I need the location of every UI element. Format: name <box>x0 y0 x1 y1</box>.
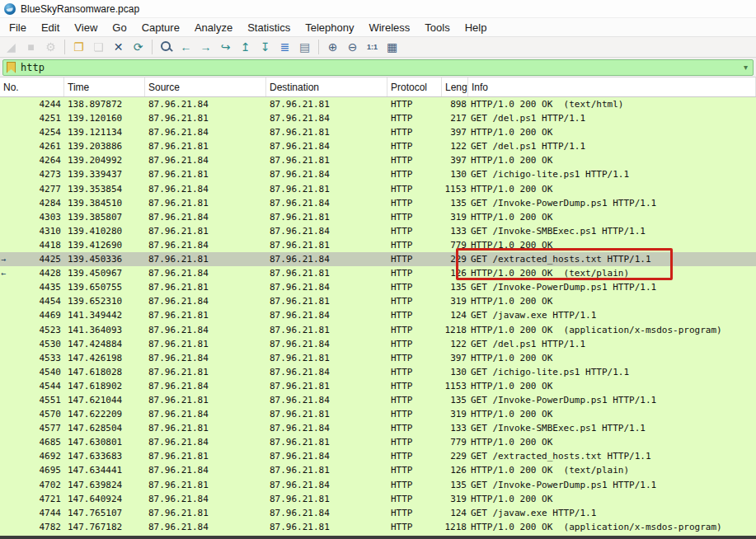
menu-view[interactable]: View <box>67 20 105 35</box>
colorize-icon[interactable]: ▤ <box>295 38 314 56</box>
open-file-icon[interactable]: ❐ <box>69 38 88 56</box>
auto-scroll-icon[interactable]: ≣ <box>275 38 294 56</box>
reload-file-icon[interactable]: ⟳ <box>129 38 148 56</box>
packet-row-4782[interactable]: 4782147.76718287.96.21.8487.96.21.81HTTP… <box>0 520 756 534</box>
packet-row-4469[interactable]: 4469141.34944287.96.21.8187.96.21.84HTTP… <box>0 308 756 322</box>
time-cell: 139.384510 <box>64 196 145 210</box>
window-bottom-edge <box>0 536 756 539</box>
packet-row-4523[interactable]: 4523141.36409387.96.21.8487.96.21.81HTTP… <box>0 323 756 337</box>
menu-edit[interactable]: Edit <box>34 20 67 35</box>
menu-help[interactable]: Help <box>458 20 495 35</box>
packet-row-4277[interactable]: 4277139.35385487.96.21.8487.96.21.81HTTP… <box>0 182 756 196</box>
close-file-icon[interactable]: ✕ <box>109 38 128 56</box>
packet-row-4435[interactable]: 4435139.65075587.96.21.8187.96.21.84HTTP… <box>0 280 756 294</box>
protocol-cell: HTTP <box>387 182 442 196</box>
length-cell: 397 <box>442 125 468 139</box>
packet-row-4261[interactable]: 4261139.20388687.96.21.8187.96.21.84HTTP… <box>0 139 756 153</box>
packet-row-4284[interactable]: 4284139.38451087.96.21.8187.96.21.84HTTP… <box>0 196 756 210</box>
packet-row-4577[interactable]: 4577147.62850487.96.21.8187.96.21.84HTTP… <box>0 421 756 435</box>
go-last-packet-icon[interactable]: ↧ <box>256 38 275 56</box>
find-packet-icon[interactable] <box>157 38 176 56</box>
zoom-in-icon[interactable]: ⊕ <box>323 38 342 56</box>
packet-row-4310[interactable]: 4310139.41028087.96.21.8187.96.21.84HTTP… <box>0 224 756 238</box>
packet-row-4570[interactable]: 4570147.62220987.96.21.8487.96.21.81HTTP… <box>0 407 756 421</box>
menu-wireless[interactable]: Wireless <box>361 20 417 35</box>
menu-file[interactable]: File <box>2 20 34 35</box>
packet-row-4428[interactable]: 4428139.45096787.96.21.8487.96.21.81HTTP… <box>0 266 756 280</box>
filter-dropdown-icon[interactable]: ▾ <box>744 63 749 72</box>
packet-row-4454[interactable]: 4454139.65231087.96.21.8487.96.21.81HTTP… <box>0 294 756 308</box>
protocol-cell: HTTP <box>387 238 442 252</box>
go-forward-icon[interactable]: → <box>196 38 215 56</box>
menu-go[interactable]: Go <box>105 20 134 35</box>
packet-row-4254[interactable]: 4254139.12113487.96.21.8487.96.21.81HTTP… <box>0 125 756 139</box>
packet-row-4744[interactable]: 4744147.76510787.96.21.8187.96.21.84HTTP… <box>0 506 756 520</box>
time-cell: 147.633683 <box>64 449 145 463</box>
column-header-destination[interactable]: Destination <box>266 77 387 96</box>
time-cell: 147.630801 <box>64 435 145 449</box>
go-back-icon[interactable]: ← <box>176 38 195 56</box>
column-header-protocol[interactable]: Protocol <box>387 77 442 96</box>
source-cell: 87.96.21.81 <box>145 393 266 407</box>
packet-row-4685[interactable]: 4685147.63080187.96.21.8487.96.21.81HTTP… <box>0 435 756 449</box>
column-header-length[interactable]: Length <box>442 77 468 96</box>
time-cell: 139.450336 <box>64 252 145 266</box>
source-cell: 87.96.21.81 <box>145 252 266 266</box>
menu-statistics[interactable]: Statistics <box>240 20 298 35</box>
packet-row-4533[interactable]: 4533147.42619887.96.21.8487.96.21.81HTTP… <box>0 351 756 365</box>
packet-row-4702[interactable]: 4702147.63982487.96.21.8187.96.21.84HTTP… <box>0 478 756 492</box>
source-cell: 87.96.21.84 <box>145 210 266 224</box>
destination-cell: 87.96.21.84 <box>266 308 387 322</box>
info-cell: HTTP/1.0 200 OK (text/plain) <box>468 463 756 477</box>
zoom-original-icon[interactable]: 1:1 <box>363 38 382 56</box>
info-cell: HTTP/1.0 200 OK <box>468 351 756 365</box>
packet-row-4695[interactable]: 4695147.63444187.96.21.8487.96.21.81HTTP… <box>0 463 756 477</box>
filter-bookmark-icon[interactable] <box>7 62 16 73</box>
display-filter-input[interactable]: http ▾ <box>2 59 754 76</box>
time-cell: 139.339437 <box>64 167 145 181</box>
zoom-out-icon[interactable]: ⊖ <box>343 38 362 56</box>
packet-row-4721[interactable]: 4721147.64092487.96.21.8487.96.21.81HTTP… <box>0 492 756 506</box>
packet-row-4551[interactable]: 4551147.62104487.96.21.8187.96.21.84HTTP… <box>0 393 756 407</box>
packet-row-4540[interactable]: 4540147.61802887.96.21.8187.96.21.84HTTP… <box>0 365 756 379</box>
go-to-packet-icon[interactable]: ↪ <box>216 38 235 56</box>
packet-row-4273[interactable]: 4273139.33943787.96.21.8187.96.21.84HTTP… <box>0 167 756 181</box>
no-cell: 4277 <box>0 182 64 196</box>
no-cell: 4782 <box>0 520 64 534</box>
length-cell: 1153 <box>442 379 468 393</box>
menu-tools[interactable]: Tools <box>417 20 457 35</box>
source-cell: 87.96.21.84 <box>145 379 266 393</box>
packet-row-4544[interactable]: 4544147.61890287.96.21.8487.96.21.81HTTP… <box>0 379 756 393</box>
length-cell: 898 <box>442 97 468 111</box>
packet-row-4418[interactable]: 4418139.41269087.96.21.8487.96.21.81HTTP… <box>0 238 756 252</box>
column-header-source[interactable]: Source <box>145 77 266 96</box>
source-cell: 87.96.21.84 <box>145 463 266 477</box>
length-cell: 319 <box>442 492 468 506</box>
resize-columns-icon[interactable]: ▦ <box>383 38 401 56</box>
menu-analyze[interactable]: Analyze <box>187 20 240 35</box>
menu-telephony[interactable]: Telephony <box>298 20 361 35</box>
packet-row-4530[interactable]: 4530147.42488487.96.21.8187.96.21.84HTTP… <box>0 337 756 351</box>
time-cell: 139.203886 <box>64 139 145 153</box>
packet-row-4303[interactable]: 4303139.38580787.96.21.8487.96.21.81HTTP… <box>0 210 756 224</box>
menu-capture[interactable]: Capture <box>134 20 187 35</box>
packet-row-4692[interactable]: 4692147.63368387.96.21.8187.96.21.84HTTP… <box>0 449 756 463</box>
packet-row-4244[interactable]: 4244138.89787287.96.21.8487.96.21.81HTTP… <box>0 97 756 111</box>
go-first-packet-icon[interactable]: ↥ <box>236 38 255 56</box>
packet-row-4425[interactable]: 4425139.45033687.96.21.8187.96.21.84HTTP… <box>0 252 756 266</box>
packet-row-4264[interactable]: 4264139.20499287.96.21.8487.96.21.81HTTP… <box>0 153 756 167</box>
column-header-info[interactable]: Info <box>468 77 756 96</box>
destination-cell: 87.96.21.81 <box>266 210 387 224</box>
source-cell: 87.96.21.81 <box>145 139 266 153</box>
destination-cell: 87.96.21.84 <box>266 421 387 435</box>
time-cell: 147.765107 <box>64 506 145 520</box>
destination-cell: 87.96.21.81 <box>266 266 387 280</box>
source-cell: 87.96.21.84 <box>145 125 266 139</box>
time-cell: 139.410280 <box>64 224 145 238</box>
time-cell: 139.652310 <box>64 294 145 308</box>
no-cell: 4273 <box>0 167 64 181</box>
column-header-no[interactable]: No. <box>0 77 64 96</box>
no-cell: 4692 <box>0 449 64 463</box>
packet-row-4251[interactable]: 4251139.12016087.96.21.8187.96.21.84HTTP… <box>0 111 756 125</box>
column-header-time[interactable]: Time <box>64 77 145 96</box>
